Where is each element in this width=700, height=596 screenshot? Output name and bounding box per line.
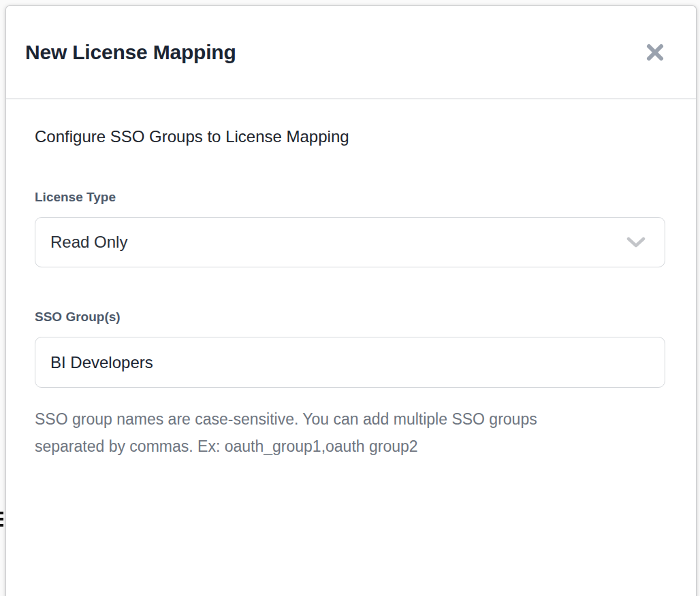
dialog-title: New License Mapping	[25, 41, 236, 64]
dialog-body: Configure SSO Groups to License Mapping …	[6, 127, 696, 460]
section-heading: Configure SSO Groups to License Mapping	[35, 127, 665, 146]
close-button[interactable]	[643, 40, 667, 65]
chevron-down-icon	[626, 236, 646, 248]
sso-groups-help-text: SSO group names are case-sensitive. You …	[35, 405, 610, 460]
x-icon	[645, 42, 665, 63]
sso-groups-label: SSO Group(s)	[35, 310, 665, 325]
license-type-select[interactable]: Read Only	[35, 217, 665, 267]
dialog-header: New License Mapping	[6, 6, 696, 99]
license-type-label: License Type	[35, 190, 665, 205]
hamburger-menu-icon	[0, 512, 3, 528]
new-license-mapping-dialog: New License Mapping Configure SSO Groups…	[5, 5, 697, 596]
sso-groups-input[interactable]	[35, 337, 665, 388]
license-type-selected-value: Read Only	[50, 233, 127, 252]
